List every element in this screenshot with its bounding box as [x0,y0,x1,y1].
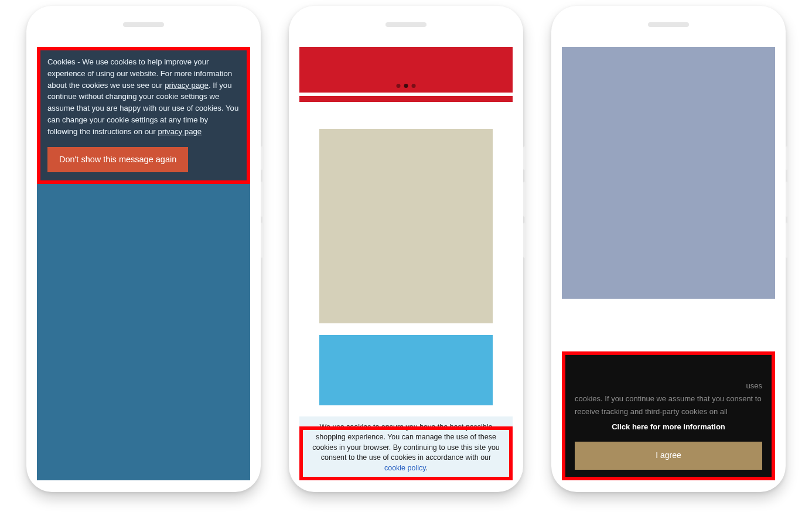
phone-speaker [123,22,164,27]
phone-screen-1: Cookies - We use cookies to help improve… [37,47,250,480]
carousel-dot-icon[interactable] [404,84,408,88]
phone-side-button [786,146,788,170]
phone-side-button [786,223,788,258]
phone-side-button [261,146,263,170]
page-body-placeholder [562,47,775,299]
phone-side-button [523,223,526,258]
carousel-dots [397,84,416,88]
content-card-placeholder [319,129,493,323]
phone-side-button [261,182,263,217]
page-header-red [299,47,513,93]
phone-side-button [261,223,263,258]
phone-mockup-1: Cookies - We use cookies to help improve… [26,6,261,492]
carousel-dot-icon[interactable] [412,84,416,88]
annotation-highlight [37,47,250,184]
phone-mockup-2: our amazing We use cookies to ensure you… [289,6,523,492]
header-divider [299,96,513,102]
content-card-placeholder [319,335,493,405]
annotation-highlight [299,426,513,480]
phone-side-button [523,146,526,170]
phone-side-button [523,182,526,217]
page-body-placeholder [37,183,250,480]
phone-screen-3: uses cookies. If you continue we assume … [562,47,775,480]
phone-speaker [385,22,427,27]
carousel-dot-icon[interactable] [397,84,401,88]
phone-side-button [786,182,788,217]
phone-speaker [648,22,689,27]
phone-screen-2: our amazing We use cookies to ensure you… [299,47,513,480]
annotation-highlight [562,351,775,480]
phone-mockup-3: uses cookies. If you continue we assume … [551,6,786,492]
